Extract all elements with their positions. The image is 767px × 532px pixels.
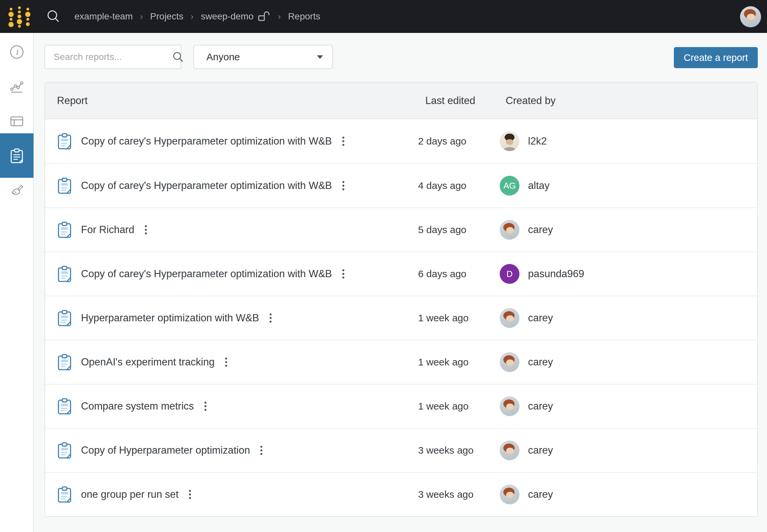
user-avatar[interactable] <box>740 6 761 27</box>
table-row[interactable]: Copy of Hyperparameter optimization 3 we… <box>45 428 757 472</box>
report-cell: Copy of carey's Hyperparameter optimizat… <box>57 265 418 282</box>
column-header-last-edited: Last edited <box>418 95 500 107</box>
breadcrumb-separator: › <box>278 12 281 22</box>
report-cell: Copy of carey's Hyperparameter optimizat… <box>57 177 418 194</box>
create-report-button[interactable]: Create a report <box>674 47 758 68</box>
wandb-logo-icon[interactable] <box>8 5 31 28</box>
report-title-link[interactable]: Copy of Hyperparameter optimization <box>81 444 250 456</box>
sidebar-item-tables[interactable] <box>10 114 24 128</box>
creator-username[interactable]: carey <box>528 444 553 456</box>
table-row[interactable]: Copy of carey's Hyperparameter optimizat… <box>45 163 757 207</box>
sidebar-item-reports[interactable] <box>0 133 34 178</box>
report-cell: Hyperparameter optimization with W&B <box>57 309 418 327</box>
creator-username[interactable]: l2k2 <box>528 135 547 147</box>
report-cell: Copy of Hyperparameter optimization <box>57 442 418 459</box>
sidebar-item-charts[interactable] <box>10 79 24 94</box>
table-row[interactable]: Copy of carey's Hyperparameter optimizat… <box>45 252 757 296</box>
project-sidebar: i <box>0 33 34 532</box>
creator-username[interactable]: carey <box>528 224 553 236</box>
report-title-link[interactable]: Hyperparameter optimization with W&B <box>81 312 259 324</box>
creator-avatar[interactable] <box>500 485 519 504</box>
creator-username[interactable]: carey <box>528 312 553 324</box>
row-menu-button[interactable] <box>340 179 346 192</box>
author-filter-value: Anyone <box>206 51 317 63</box>
last-edited-value: 5 days ago <box>418 224 500 235</box>
report-document-icon <box>57 221 72 238</box>
table-body: Copy of carey's Hyperparameter optimizat… <box>45 119 757 516</box>
author-filter-dropdown[interactable]: Anyone <box>193 45 333 69</box>
sidebar-item-overview[interactable]: i <box>10 45 24 59</box>
last-edited-value: 1 week ago <box>418 401 500 412</box>
breadcrumb-team[interactable]: example-team <box>74 11 133 22</box>
table-row[interactable]: Compare system metrics 1 week ago carey <box>45 384 757 428</box>
report-title-link[interactable]: For Richard <box>81 224 134 236</box>
table-icon <box>10 114 24 128</box>
creator-avatar[interactable] <box>500 352 519 372</box>
breadcrumb-reports[interactable]: Reports <box>288 11 320 22</box>
search-reports-input[interactable] <box>54 52 172 62</box>
creator-avatar[interactable] <box>500 396 519 416</box>
table-row[interactable]: Hyperparameter optimization with W&B 1 w… <box>45 296 757 340</box>
creator-username[interactable]: pasunda969 <box>528 268 584 280</box>
creator-avatar[interactable] <box>500 220 519 240</box>
breadcrumb-separator: › <box>191 12 194 22</box>
report-cell: For Richard <box>57 221 418 238</box>
report-title-link[interactable]: one group per run set <box>81 489 178 500</box>
reports-page: Anyone Create a report Report Last edite… <box>34 33 767 532</box>
creator-username[interactable]: altay <box>528 180 549 192</box>
table-row[interactable]: OpenAI's experiment tracking 1 week ago … <box>45 340 757 384</box>
clipboard-icon <box>10 148 24 164</box>
creator-avatar[interactable]: D <box>500 264 519 284</box>
creator-username[interactable]: carey <box>528 489 553 500</box>
last-edited-value: 3 weeks ago <box>418 489 500 500</box>
creator-username[interactable]: carey <box>528 356 553 368</box>
report-cell: one group per run set <box>57 486 418 503</box>
report-document-icon <box>57 486 72 503</box>
report-title-link[interactable]: Compare system metrics <box>81 400 194 412</box>
report-document-icon <box>57 177 72 194</box>
creator-avatar[interactable] <box>500 131 519 151</box>
table-header-row: Report Last edited Created by <box>45 83 757 119</box>
report-title-link[interactable]: Copy of carey's Hyperparameter optimizat… <box>81 135 332 147</box>
row-menu-button[interactable] <box>202 400 208 413</box>
report-title-link[interactable]: Copy of carey's Hyperparameter optimizat… <box>81 180 332 192</box>
report-cell: OpenAI's experiment tracking <box>57 354 418 371</box>
created-by-cell: carey <box>500 308 745 328</box>
report-title-link[interactable]: Copy of carey's Hyperparameter optimizat… <box>81 268 332 280</box>
table-row[interactable]: For Richard 5 days ago carey <box>45 207 757 252</box>
row-menu-button[interactable] <box>340 267 346 280</box>
search-icon <box>172 51 184 63</box>
breadcrumb-project[interactable]: sweep-demo <box>201 11 253 22</box>
search-icon[interactable] <box>46 9 61 24</box>
creator-username[interactable]: carey <box>528 400 553 412</box>
row-menu-button[interactable] <box>258 444 264 457</box>
last-edited-value: 3 weeks ago <box>418 445 500 456</box>
info-icon: i <box>10 45 24 59</box>
table-row[interactable]: Copy of carey's Hyperparameter optimizat… <box>45 119 757 163</box>
report-document-icon <box>57 309 72 327</box>
report-search-box <box>44 45 181 69</box>
report-title-link[interactable]: OpenAI's experiment tracking <box>81 356 215 368</box>
report-document-icon <box>57 442 72 459</box>
created-by-cell: carey <box>500 485 745 504</box>
breadcrumb-projects[interactable]: Projects <box>150 11 183 22</box>
reports-table: Report Last edited Created by Copy of ca… <box>44 82 758 517</box>
report-cell: Compare system metrics <box>57 398 418 415</box>
report-document-icon <box>57 398 72 415</box>
table-row[interactable]: one group per run set 3 weeks ago carey <box>45 472 757 516</box>
creator-avatar[interactable]: AG <box>500 176 519 196</box>
report-cell: Copy of carey's Hyperparameter optimizat… <box>57 133 418 150</box>
row-menu-button[interactable] <box>187 488 193 501</box>
creator-avatar[interactable] <box>500 440 519 460</box>
created-by-cell: D pasunda969 <box>500 264 745 284</box>
column-header-report: Report <box>57 95 418 107</box>
report-document-icon <box>57 265 72 282</box>
last-edited-value: 6 days ago <box>418 268 500 279</box>
created-by-cell: carey <box>500 352 745 372</box>
creator-avatar[interactable] <box>500 308 519 328</box>
sidebar-item-sweeps[interactable] <box>10 184 24 198</box>
row-menu-button[interactable] <box>268 311 274 325</box>
row-menu-button[interactable] <box>340 135 346 148</box>
row-menu-button[interactable] <box>143 223 149 236</box>
row-menu-button[interactable] <box>223 356 229 369</box>
